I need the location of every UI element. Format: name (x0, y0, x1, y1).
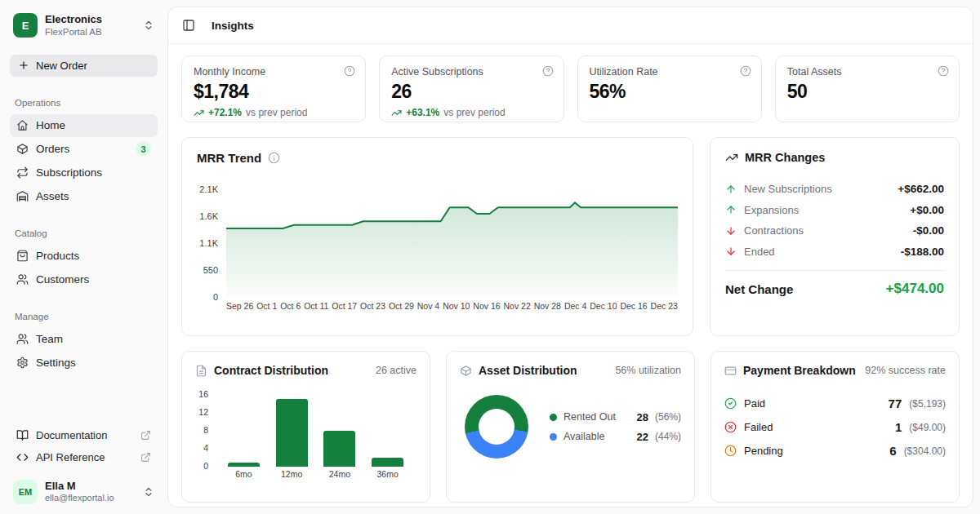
x-tick-label: Dec 10 (590, 301, 617, 311)
stat-trend-pct: +63.1% (406, 107, 439, 118)
y-tick-label: 2.1K (199, 184, 218, 194)
x-tick-label: Oct 23 (360, 301, 385, 311)
mrr-changes-card: MRR Changes New Subscriptions +$662.00 E… (710, 137, 960, 336)
user-menu[interactable]: EM Ella M ella@flexportal.io (10, 473, 158, 504)
workspace-switcher[interactable]: E Electronics FlexPortal AB (10, 11, 158, 40)
stat-label: Total Assets (787, 66, 947, 78)
stat-card-active-subscriptions: Active Subscriptions 26 +63.1% vs prev p… (379, 55, 564, 122)
mrr-area-svg (226, 189, 678, 297)
stat-trend: +63.1% vs prev period (391, 107, 551, 118)
sidebar-item-home[interactable]: Home (10, 114, 158, 137)
stat-label: Active Subscriptions (391, 66, 551, 78)
payment-count: 6 (889, 444, 896, 458)
repeat-icon (16, 166, 29, 179)
x-axis-labels: 6mo12mo24mo36mo (215, 469, 416, 479)
sidebar-item-subscriptions[interactable]: Subscriptions (10, 162, 158, 184)
legend-label: Available (564, 431, 605, 442)
sidebar-item-products[interactable]: Products (10, 245, 158, 268)
mrr-change-row: Expansions +$0.00 (725, 200, 944, 221)
api-reference-link[interactable]: API Reference (10, 446, 158, 468)
stat-label: Utilization Rate (590, 66, 750, 78)
help-circle-icon[interactable] (344, 65, 355, 77)
x-tick-label: Nov 10 (443, 301, 470, 311)
net-change-row: Net Change +$474.00 (725, 281, 944, 297)
card-title: Payment Breakdown (743, 364, 856, 377)
gear-icon (16, 357, 29, 369)
home-icon (16, 119, 29, 131)
help-circle-icon[interactable] (740, 65, 751, 77)
legend-item: Rented Out 28 (56%) (550, 407, 681, 427)
x-tick-label: Sep 26 (226, 301, 253, 311)
users-icon (16, 273, 29, 286)
new-order-button[interactable]: New Order (10, 55, 158, 77)
documentation-link[interactable]: Documentation (10, 424, 158, 446)
check-circle-icon (724, 397, 737, 410)
bar-category-label: 6mo (228, 469, 260, 479)
workspace-org: FlexPortal AB (45, 26, 136, 38)
donut-legend: Rented Out 28 (56%) Available 22 (44%) (550, 407, 681, 446)
arrow-up-icon (725, 204, 737, 215)
x-tick-label: Nov 22 (504, 301, 531, 311)
x-tick-label: Nov 28 (534, 301, 561, 311)
legend-item: Available 22 (44%) (550, 427, 681, 446)
stat-card-total-assets: Total Assets 50 (775, 55, 960, 122)
avatar: EM (13, 480, 38, 504)
chevrons-up-down-icon (143, 20, 154, 31)
y-axis: 0481216 (195, 390, 215, 467)
users-icon (16, 333, 29, 345)
trending-up-icon (194, 108, 204, 118)
y-tick-label: 0 (213, 292, 218, 302)
stat-label: Monthly Income (194, 66, 354, 78)
footer-link-label: Documentation (36, 429, 107, 441)
shopping-bag-icon (16, 250, 29, 262)
user-name: Ella M (45, 480, 136, 493)
payment-count: 77 (889, 397, 902, 410)
sidebar-item-customers[interactable]: Customers (10, 268, 158, 291)
sidebar-item-label: Settings (36, 357, 76, 369)
payment-breakdown-card: Payment Breakdown 92% success rate Paid … (710, 351, 960, 503)
x-tick-label: Nov 4 (417, 301, 439, 311)
x-axis-labels: Sep 26Oct 1Oct 6Oct 11Oct 17Oct 23Oct 29… (226, 301, 678, 311)
stat-value: $1,784 (194, 81, 354, 103)
x-circle-icon (724, 421, 737, 433)
y-tick-label: 16 (198, 389, 208, 399)
bar (372, 458, 403, 467)
change-label: Contractions (744, 224, 804, 237)
workspace-initial: E (22, 20, 29, 32)
bar (276, 399, 308, 467)
change-value: -$0.00 (913, 224, 944, 237)
legend-value: 22 (637, 431, 648, 443)
external-link-icon (140, 430, 151, 441)
sidebar-footer: Documentation API Reference EM Ella M el… (10, 424, 158, 504)
panel-left-icon[interactable] (182, 19, 195, 32)
help-circle-icon[interactable] (542, 65, 554, 77)
y-tick-label: 1.6K (199, 211, 218, 221)
contract-bar-chart: 0481216 (195, 390, 416, 467)
arrow-down-icon (725, 246, 737, 257)
arrow-down-icon (725, 225, 737, 237)
payment-label: Paid (744, 397, 765, 410)
y-tick-label: 12 (198, 407, 208, 417)
change-label: Expansions (744, 204, 799, 216)
workspace-name: Electronics (45, 13, 136, 26)
package-icon (460, 365, 472, 377)
workspace-logo: E (13, 13, 38, 38)
content: Monthly Income $1,784 +72.1% vs prev per… (168, 44, 973, 507)
help-circle-icon[interactable] (938, 65, 949, 77)
sidebar-item-settings[interactable]: Settings (10, 352, 158, 374)
main-panel: Insights Monthly Income $1,784 +72.1% vs… (167, 7, 973, 507)
code-icon (16, 451, 29, 463)
sidebar-item-team[interactable]: Team (10, 328, 158, 351)
x-tick-label: Oct 29 (389, 301, 414, 311)
sidebar-item-assets[interactable]: Assets (10, 185, 158, 208)
footer-link-label: API Reference (36, 451, 105, 463)
payment-count: 1 (895, 420, 902, 434)
legend-pct: (44%) (655, 431, 681, 442)
new-order-label: New Order (36, 60, 87, 72)
bar-category-label: 36mo (372, 469, 403, 479)
sidebar: E Electronics FlexPortal AB New Order Op… (0, 0, 167, 514)
info-icon[interactable] (268, 152, 280, 164)
sidebar-item-orders[interactable]: Orders 3 (10, 138, 158, 161)
payment-amount: ($5,193) (909, 398, 946, 410)
x-tick-label: Oct 6 (280, 301, 301, 311)
